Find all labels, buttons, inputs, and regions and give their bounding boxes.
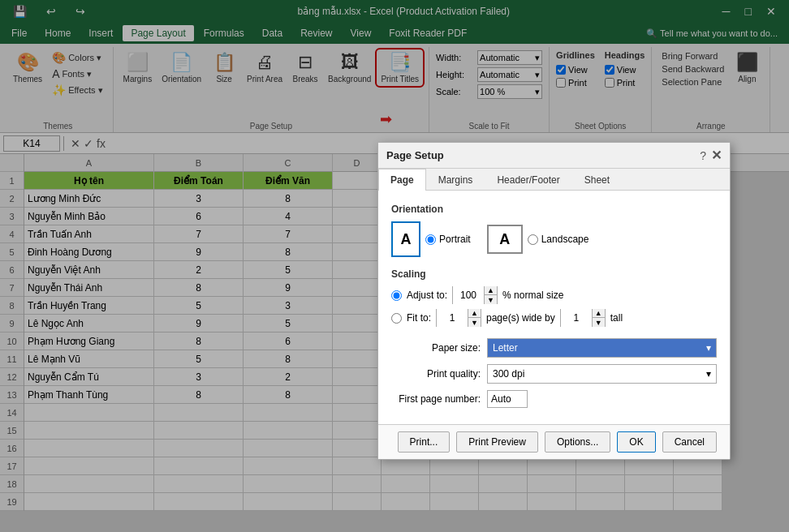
- paper-size-dropdown[interactable]: Letter ▾: [487, 338, 717, 358]
- portrait-radio[interactable]: [425, 234, 436, 245]
- print-quality-value: 300 dpi: [493, 368, 524, 380]
- dialog-controls: ? ✕: [700, 148, 722, 163]
- tab-sheet[interactable]: Sheet: [572, 169, 622, 191]
- first-page-row: First page number:: [391, 390, 717, 408]
- scaling-section: Scaling Adjust to: ▲ ▼ % normal size Fit…: [391, 268, 717, 327]
- landscape-radio-label: Landscape: [528, 234, 589, 245]
- dialog-footer: Print... Print Preview Options... OK Can…: [378, 424, 730, 459]
- paper-size-label: Paper size:: [391, 342, 481, 354]
- fit-row: Fit to: ▲ ▼ page(s) wide by ▲ ▼ ta: [391, 309, 717, 327]
- portrait-radio-label: Portrait: [425, 234, 471, 245]
- dialog-close-button[interactable]: ✕: [711, 148, 722, 163]
- cancel-button[interactable]: Cancel: [662, 431, 717, 453]
- portrait-label: Portrait: [439, 234, 471, 245]
- print-preview-button[interactable]: Print Preview: [456, 431, 538, 453]
- fit-pages-up[interactable]: ▲: [468, 309, 481, 318]
- portrait-icon: A: [391, 221, 420, 257]
- adjust-input[interactable]: [453, 286, 484, 304]
- fit-tall-arrows: ▲ ▼: [592, 309, 605, 327]
- adjust-spin-down[interactable]: ▼: [484, 295, 497, 304]
- fit-tall-up[interactable]: ▲: [592, 309, 605, 318]
- print-quality-label: Print quality:: [391, 368, 481, 380]
- fit-tall-down[interactable]: ▼: [592, 318, 605, 327]
- landscape-icon: A: [487, 225, 523, 254]
- adjust-spinbox: ▲ ▼: [452, 286, 498, 304]
- scaling-section-label: Scaling: [391, 268, 717, 280]
- first-page-input[interactable]: [487, 390, 528, 408]
- fit-pages-arrows: ▲ ▼: [468, 309, 481, 327]
- orientation-section-label: Orientation: [391, 204, 717, 215]
- print-quality-row: Print quality: 300 dpi ▾: [391, 364, 717, 384]
- tall-label: tall: [610, 312, 623, 324]
- adjust-radio[interactable]: [391, 290, 402, 301]
- print-quality-dropdown[interactable]: 300 dpi ▾: [487, 364, 717, 384]
- page-setup-dialog: Page Setup ? ✕ Page Margins Header/Foote…: [377, 142, 731, 460]
- landscape-radio[interactable]: [528, 234, 538, 245]
- tab-margins[interactable]: Margins: [426, 169, 485, 191]
- fit-pages-down[interactable]: ▼: [468, 318, 481, 327]
- dialog-body: Orientation A Portrait A Landscape Scali…: [378, 191, 730, 424]
- paper-size-arrow: ▾: [706, 342, 711, 354]
- adjust-spin-arrows: ▲ ▼: [484, 286, 497, 304]
- landscape-label: Landscape: [541, 234, 589, 245]
- fit-pages-spinbox: ▲ ▼: [436, 309, 481, 327]
- paper-size-value: Letter: [493, 342, 518, 354]
- paper-size-row: Paper size: Letter ▾: [391, 338, 717, 358]
- adjust-label: Adjust to:: [407, 290, 447, 301]
- dialog-title: Page Setup: [386, 149, 444, 161]
- portrait-option[interactable]: A Portrait: [391, 221, 471, 257]
- orientation-row: A Portrait A Landscape: [391, 221, 717, 257]
- fit-pages-input[interactable]: [437, 309, 468, 327]
- ok-button[interactable]: OK: [617, 431, 655, 453]
- adjust-spin-up[interactable]: ▲: [484, 286, 497, 295]
- fit-label: Fit to:: [407, 312, 431, 324]
- help-icon[interactable]: ?: [700, 149, 706, 162]
- fit-radio[interactable]: [391, 313, 402, 324]
- first-page-label: First page number:: [391, 393, 481, 405]
- dialog-titlebar: Page Setup ? ✕: [378, 143, 730, 169]
- fit-tall-spinbox: ▲ ▼: [560, 309, 606, 327]
- landscape-option[interactable]: A Landscape: [487, 225, 589, 254]
- dialog-tabs: Page Margins Header/Footer Sheet: [378, 169, 730, 191]
- print-button[interactable]: Print...: [398, 431, 451, 453]
- tab-page[interactable]: Page: [378, 169, 426, 191]
- fit-tall-input[interactable]: [561, 309, 592, 327]
- tab-header-footer[interactable]: Header/Footer: [485, 169, 571, 191]
- adjust-row: Adjust to: ▲ ▼ % normal size: [391, 286, 717, 304]
- print-quality-arrow: ▾: [706, 368, 711, 380]
- options-button[interactable]: Options...: [545, 431, 610, 453]
- pages-wide-label: page(s) wide by: [486, 312, 555, 324]
- normal-size-label: % normal size: [502, 290, 563, 301]
